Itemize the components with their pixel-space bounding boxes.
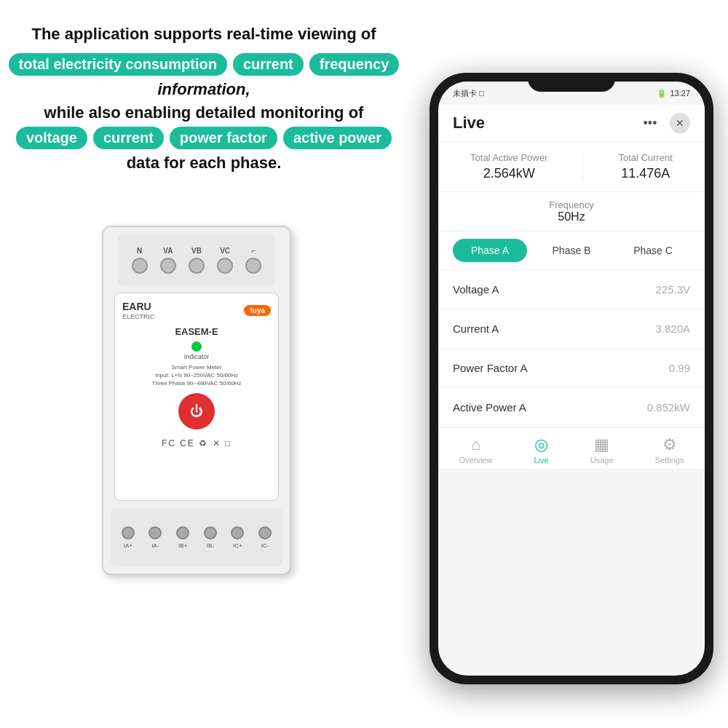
top-terminal-rail: N VA VB VC ⌐ xyxy=(118,234,275,285)
device-type: Smart Power Meter Input: L+N 90~250VAC 5… xyxy=(152,363,242,388)
device-enclosure: N VA VB VC ⌐ EARU xyxy=(102,226,291,575)
tag-power-factor: power factor xyxy=(170,127,277,149)
app-header: Live ••• ✕ xyxy=(438,105,705,142)
terminal-vb: VB xyxy=(189,247,205,274)
tuya-badge: tuya xyxy=(244,305,271,316)
indicator-dot xyxy=(191,341,202,352)
frequency-section: Frequency 50Hz xyxy=(438,192,705,232)
current-value: 11.476A xyxy=(618,166,672,181)
monitor-text: while also enabling detailed monitoring … xyxy=(7,103,400,122)
active-power-label: Total Active Power xyxy=(470,152,547,163)
indicator-label: Indicator xyxy=(184,353,210,360)
nav-label-live: Live xyxy=(534,456,548,464)
terminal-n: N xyxy=(132,247,148,274)
brand-sub: ELECTRIC xyxy=(122,313,155,320)
metric-row-current-a: Current A 3.820A xyxy=(438,309,705,349)
metric-value: 0.852kW xyxy=(647,401,690,414)
nav-icon-settings: ⚙ xyxy=(662,435,677,454)
metric-row-active-power-a: Active Power A 0.852kW xyxy=(438,388,705,427)
status-time: 🔋 13:27 xyxy=(657,89,690,98)
terminal-ia-minusplus: IA+ xyxy=(122,526,135,549)
terminal-ib-minusplus: IB+ xyxy=(176,526,189,549)
device-area: N VA VB VC ⌐ EARU xyxy=(58,226,335,648)
frequency-value: 50Hz xyxy=(453,210,690,223)
metric-value: 3.820A xyxy=(655,323,690,335)
tag-frequency: frequency xyxy=(309,53,400,76)
phase-tab-phase-c[interactable]: Phase C xyxy=(616,239,690,262)
phone-mockup: 未插卡 □ 🔋 13:27 Live ••• ✕ Total Active Po… xyxy=(430,73,713,684)
metric-name: Voltage A xyxy=(453,283,499,296)
terminal-vc: VC xyxy=(217,247,233,274)
header-icons: ••• ✕ xyxy=(639,112,690,134)
terminal-ia-minus: IA- xyxy=(149,526,162,549)
active-power-value: 2.564kW xyxy=(470,166,547,181)
info-text: information, xyxy=(7,80,400,99)
metrics-list: Voltage A 225.3V Current A 3.820A Power … xyxy=(438,270,705,427)
metric-row-power-factor-a: Power Factor A 0.99 xyxy=(438,349,705,388)
nav-item-settings[interactable]: ⚙ Settings xyxy=(655,435,684,464)
metric-value: 0.99 xyxy=(669,362,690,374)
power-button[interactable]: ⏻ xyxy=(178,393,215,430)
close-button[interactable]: ✕ xyxy=(670,113,690,133)
metric-row-voltage-a: Voltage A 225.3V xyxy=(438,270,705,309)
metric-name: Active Power A xyxy=(453,401,526,414)
nav-item-overview[interactable]: ⌂ Overview xyxy=(459,435,493,464)
status-carrier: 未插卡 □ xyxy=(453,88,484,99)
nav-icon-usage: ▦ xyxy=(594,435,609,454)
bottom-terminal-rail: IA+IA-IB+IB-IC+IC- xyxy=(111,508,282,566)
nav-item-usage[interactable]: ▦ Usage xyxy=(590,435,614,464)
phase-tab-phase-b[interactable]: Phase B xyxy=(534,239,609,262)
data-text: data for each phase. xyxy=(7,154,400,173)
power-summary: Total Active Power 2.564kW Total Current… xyxy=(438,142,705,192)
left-panel: The application supports real-time viewi… xyxy=(7,22,400,177)
phone-notch xyxy=(528,73,615,92)
tag-voltage: voltage xyxy=(16,127,87,149)
nav-icon-live: ◎ xyxy=(534,435,548,454)
frequency-label: Frequency xyxy=(453,199,690,210)
terminal-extra: ⌐ xyxy=(245,247,261,274)
nav-label-overview: Overview xyxy=(459,456,493,464)
tag-active-power: active power xyxy=(283,127,392,149)
metric-name: Power Factor A xyxy=(453,362,528,374)
app-title: Live xyxy=(453,114,485,132)
terminal-ic-minus: IC- xyxy=(258,526,272,549)
terminal-ib-minus: IB- xyxy=(204,526,217,549)
brand-area: EARU ELECTRIC tuya xyxy=(122,301,271,320)
terminal-ic-minusplus: IC+ xyxy=(231,526,244,549)
total-current: Total Current 11.476A xyxy=(618,152,672,181)
metric-name: Current A xyxy=(453,323,499,335)
nav-label-settings: Settings xyxy=(655,456,684,464)
device-body: EARU ELECTRIC tuya EASEM-E Indicator Sma… xyxy=(114,293,279,501)
total-active-power: Total Active Power 2.564kW xyxy=(470,152,547,181)
tag-total-electricity-consumption: total electricity consumption xyxy=(9,53,227,76)
phone-screen: 未插卡 □ 🔋 13:27 Live ••• ✕ Total Active Po… xyxy=(438,82,705,676)
bottom-nav: ⌂ Overview ◎ Live ▦ Usage ⚙ Settings xyxy=(438,427,705,469)
nav-item-live[interactable]: ◎ Live xyxy=(534,435,548,464)
tags-row-2: voltagecurrentpower factoractive power xyxy=(7,127,400,149)
nav-icon-overview: ⌂ xyxy=(471,435,480,454)
tags-row-1: total electricity consumptioncurrentfreq… xyxy=(7,53,400,76)
model-text: EASEM-E xyxy=(175,326,218,337)
metric-value: 225.3V xyxy=(655,283,690,296)
current-label: Total Current xyxy=(618,152,672,163)
brand-name: EARU xyxy=(122,301,155,313)
tag-current: current xyxy=(93,127,164,149)
tag-current: current xyxy=(233,53,304,76)
phase-tabs: Phase APhase BPhase C xyxy=(438,232,705,270)
cert-row: FC CE ♻ ✕ □ xyxy=(162,438,232,448)
nav-label-usage: Usage xyxy=(590,456,614,464)
terminal-va: VA xyxy=(160,247,176,274)
more-button[interactable]: ••• xyxy=(639,112,661,134)
phase-tab-phase-a[interactable]: Phase A xyxy=(453,239,527,262)
intro-text: The application supports real-time viewi… xyxy=(7,22,400,46)
